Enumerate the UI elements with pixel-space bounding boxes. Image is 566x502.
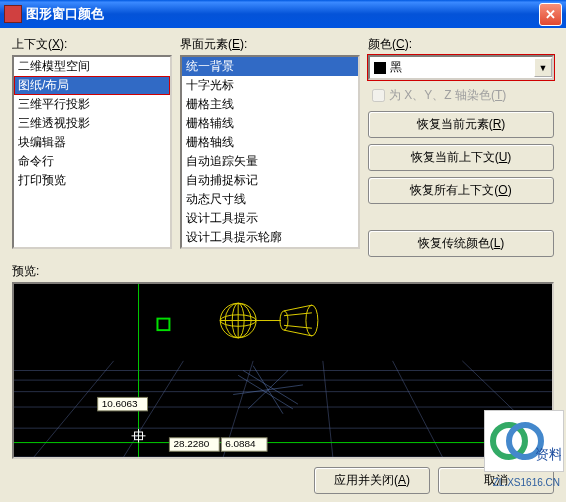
context-item[interactable]: 三维透视投影 [14,114,170,133]
apply-close-button[interactable]: 应用并关闭(A) [314,467,430,494]
restore-all-contexts-button[interactable]: 恢复所有上下文(O) [368,177,554,204]
context-listbox[interactable]: 二维模型空间图纸/布局三维平行投影三维透视投影块编辑器命令行打印预览 [12,55,172,249]
coord-a: 10.6063 [102,398,138,409]
svg-line-27 [284,325,312,328]
context-item[interactable]: 三维平行投影 [14,95,170,114]
context-item[interactable]: 打印预览 [14,171,170,190]
chevron-down-icon[interactable]: ▼ [534,58,552,77]
restore-context-button[interactable]: 恢复当前上下文(U) [368,144,554,171]
element-item[interactable]: 统一背景 [182,57,358,76]
element-listbox[interactable]: 统一背景十字光标栅格主线栅格辅线栅格轴线自动追踪矢量自动捕捉标记动态尺寸线设计工… [180,55,360,249]
svg-point-23 [306,305,318,336]
svg-text:资料网: 资料网 [535,446,561,462]
tint-checkbox [372,89,385,102]
svg-line-32 [253,366,283,414]
tint-checkbox-row: 为 X、Y、Z 轴染色(T) [368,86,554,105]
element-item[interactable]: 自动捕捉标记 [182,171,358,190]
color-dropdown[interactable]: 黑 ▼ [368,55,554,80]
element-item[interactable]: 十字光标 [182,76,358,95]
coord-c: 6.0884 [225,439,256,450]
color-value: 黑 [390,59,534,76]
preview-canvas: 10.6063 28.2280 6.0884 [12,282,554,459]
element-item[interactable]: 设计工具提示轮廓 [182,228,358,247]
element-item[interactable]: 动态尺寸线 [182,190,358,209]
element-item[interactable]: 栅格轴线 [182,133,358,152]
window-title: 图形窗口颜色 [26,5,539,23]
context-item[interactable]: 块编辑器 [14,133,170,152]
element-label: 界面元素(E): [180,36,360,53]
element-item[interactable]: 栅格主线 [182,95,358,114]
close-button[interactable]: ✕ [539,3,562,26]
restore-element-button[interactable]: 恢复当前元素(R) [368,111,554,138]
color-label: 颜色(C): [368,36,554,53]
context-label: 上下文(X): [12,36,172,53]
context-item[interactable]: 命令行 [14,152,170,171]
app-icon [4,5,22,23]
coord-b: 28.2280 [173,439,210,450]
restore-classic-button[interactable]: 恢复传统颜色(L) [368,230,554,257]
element-item[interactable]: 设计工具提示 [182,209,358,228]
svg-rect-14 [157,319,169,331]
context-item[interactable]: 图纸/布局 [14,76,170,95]
watermark-url: ZL.XS1616.CN [493,477,560,488]
svg-point-22 [280,311,288,330]
tint-checkbox-label: 为 X、Y、Z 轴染色(T) [389,87,506,104]
element-item[interactable]: 设计工具提示背景 [182,247,358,249]
svg-line-26 [284,313,312,316]
watermark-logo: 资料网 [484,410,564,472]
element-item[interactable]: 栅格辅线 [182,114,358,133]
color-swatch [374,62,386,74]
context-item[interactable]: 二维模型空间 [14,57,170,76]
element-item[interactable]: 自动追踪矢量 [182,152,358,171]
preview-label: 预览: [12,263,554,280]
